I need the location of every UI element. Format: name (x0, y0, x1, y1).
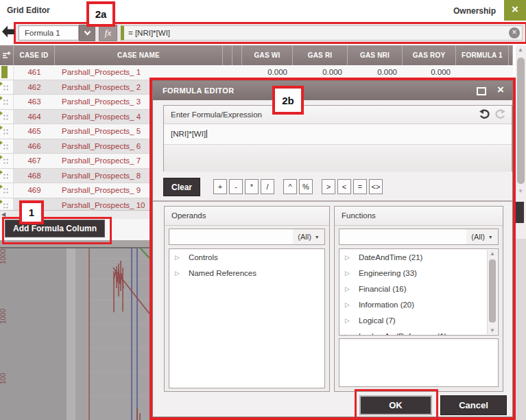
expander-icon[interactable]: ▷ (345, 270, 350, 277)
column-header-case-name[interactable]: CASE NAME (55, 45, 223, 65)
fx-icon: fx (105, 27, 111, 38)
drag-handle-icon[interactable] (3, 99, 9, 106)
window-subtitle: Ownership (453, 6, 496, 16)
expander-icon[interactable]: ▷ (175, 254, 180, 261)
scroll-up-icon[interactable]: ▲ (518, 47, 523, 53)
case-id-cell[interactable]: 465 (14, 124, 55, 139)
maximize-icon[interactable] (477, 87, 486, 95)
expander-icon[interactable]: ▷ (345, 317, 350, 324)
function-tree-item[interactable]: ▷LookupAndReference (1) (339, 328, 498, 336)
scroll-down-icon[interactable]: ▼ (490, 327, 495, 334)
operator-button[interactable]: / (261, 179, 274, 194)
formula-selector-dropdown-button[interactable] (79, 25, 95, 41)
expander-icon[interactable]: ▷ (345, 254, 350, 261)
drag-handle-icon[interactable] (3, 84, 9, 91)
drag-handle-icon[interactable] (3, 202, 9, 209)
functions-title: Functions (335, 207, 503, 226)
row-gutter[interactable] (0, 154, 14, 168)
row-gutter[interactable] (0, 95, 14, 109)
column-header-spacer[interactable] (223, 45, 232, 65)
dialog-close-button[interactable]: × (497, 83, 504, 97)
grid-corner-cell[interactable] (0, 45, 14, 65)
formula-input[interactable]: [NRI]*[WI] (164, 124, 512, 145)
case-id-cell[interactable]: 462 (14, 80, 55, 95)
row-gutter[interactable] (0, 124, 14, 139)
formula-expression-field[interactable]: = [NRI]*[WI] × (121, 25, 523, 40)
function-tree-item[interactable]: ▷Logical (7) (339, 312, 498, 328)
function-tree-item[interactable]: ▷DateAndTime (21) (339, 249, 498, 265)
drag-handle-icon[interactable] (3, 158, 9, 165)
formula-selector[interactable]: Formula 1 (19, 25, 79, 40)
column-header-formula-1[interactable]: FORMULA 1 (456, 45, 509, 65)
axis-tick-label: 1000 (0, 309, 7, 324)
scroll-left-icon[interactable]: ◀ (1, 211, 5, 218)
case-id-cell[interactable]: 468 (14, 169, 55, 183)
back-button[interactable] (1, 25, 15, 41)
drag-handle-icon[interactable] (3, 187, 9, 194)
function-tree-item[interactable]: ▷Information (20) (339, 296, 498, 312)
row-gutter[interactable] (0, 80, 14, 95)
scroll-up-icon[interactable]: ▲ (490, 250, 495, 257)
operator-button[interactable]: % (299, 179, 313, 194)
row-gutter[interactable] (0, 139, 14, 154)
case-id-cell[interactable]: 461 (14, 65, 55, 80)
functions-scrollbar[interactable]: ▲ ▼ (487, 250, 497, 334)
case-id-cell[interactable]: 464 (14, 110, 55, 124)
operator-button[interactable]: * (245, 179, 259, 194)
scroll-down-icon[interactable]: ▼ (518, 188, 523, 194)
column-header-gas-ri[interactable]: GAS RI (293, 45, 348, 65)
dialog-title: FORMULA EDITOR (153, 81, 512, 100)
case-id-cell[interactable]: 466 (14, 139, 55, 154)
window-close-button[interactable]: × (504, 0, 526, 21)
cancel-button[interactable]: Cancel (440, 395, 507, 415)
ok-button[interactable]: OK (359, 395, 432, 415)
column-header-spacer[interactable] (509, 45, 513, 65)
clear-button[interactable]: Clear (163, 178, 200, 196)
case-id-cell[interactable]: 469 (14, 183, 55, 198)
drag-handle-icon[interactable] (3, 173, 9, 180)
operator-button[interactable]: ^ (283, 179, 297, 194)
operator-button[interactable]: - (229, 179, 243, 194)
scrollbar-thumb[interactable] (489, 259, 496, 323)
fx-button[interactable]: fx (99, 25, 117, 41)
column-header-gas-roy[interactable]: GAS ROY (403, 45, 456, 65)
operator-button[interactable]: <> (369, 179, 383, 194)
functions-filter-dropdown[interactable]: (All) ▼ (466, 229, 498, 244)
expander-icon[interactable]: ▷ (175, 270, 180, 277)
operator-button[interactable]: + (213, 179, 227, 194)
undo-icon[interactable] (479, 109, 490, 119)
operator-button[interactable]: < (337, 179, 351, 194)
column-header-spacer[interactable] (232, 45, 242, 65)
redo-icon[interactable] (495, 109, 506, 119)
column-header-gas-wi[interactable]: GAS WI (242, 45, 293, 65)
clear-formula-button[interactable]: × (509, 27, 520, 38)
functions-filter-value: (All) (471, 233, 485, 241)
scrollbar-thumb[interactable] (517, 58, 525, 184)
background-right-strip (516, 223, 526, 420)
operands-search-input[interactable] (169, 229, 293, 244)
row-gutter[interactable] (0, 169, 14, 183)
expander-icon[interactable]: ▷ (345, 301, 350, 308)
column-header-gas-nri[interactable]: GAS NRI (348, 45, 403, 65)
expander-icon[interactable]: ▷ (345, 333, 350, 336)
drag-handle-icon[interactable] (3, 114, 9, 121)
function-tree-item[interactable]: ▷Engineering (33) (339, 265, 498, 281)
row-gutter[interactable] (0, 183, 14, 198)
row-gutter[interactable] (0, 110, 14, 124)
operand-tree-item[interactable]: ▷Named References (169, 265, 324, 281)
function-tree-item[interactable]: ▷Financial (16) (339, 281, 498, 296)
column-header-case-id[interactable]: CASE ID (14, 45, 55, 65)
operand-tree-item[interactable]: ▷Controls (169, 249, 324, 265)
operator-button[interactable]: > (322, 179, 335, 194)
row-gutter[interactable] (0, 198, 14, 211)
formula-expression-panel: Enter Formula/Expression [NRI]*[WI] (163, 105, 512, 172)
functions-search-input[interactable] (339, 229, 466, 244)
expander-icon[interactable]: ▷ (345, 285, 350, 292)
row-gutter[interactable] (0, 65, 14, 80)
operands-filter-dropdown[interactable]: (All) ▼ (293, 229, 324, 244)
case-id-cell[interactable]: 467 (14, 154, 55, 168)
drag-handle-icon[interactable] (3, 128, 9, 135)
drag-handle-icon[interactable] (3, 143, 9, 150)
operator-button[interactable]: = (353, 179, 367, 194)
case-id-cell[interactable]: 463 (14, 95, 55, 109)
